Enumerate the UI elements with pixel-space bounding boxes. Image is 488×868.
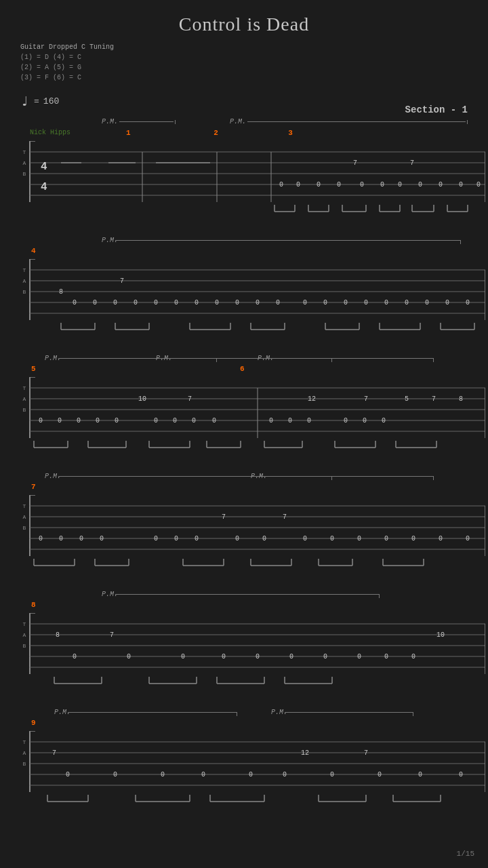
pm-label-1: P.M.	[102, 118, 118, 125]
measure-num-4: 4	[31, 247, 36, 255]
rhythm-brackets-5	[20, 674, 485, 693]
tuning-line-2: (2) = A (5) = G	[20, 62, 468, 73]
svg-text:0: 0	[174, 299, 178, 307]
svg-text:0: 0	[445, 299, 449, 307]
svg-text:0: 0	[289, 653, 293, 660]
svg-text:0: 0	[466, 299, 470, 307]
svg-text:0: 0	[58, 417, 62, 425]
svg-text:12: 12	[308, 395, 316, 403]
song-title: Control is Dead	[20, 14, 468, 35]
svg-text:0: 0	[380, 181, 384, 189]
tab-staff-2: T A B 8 7 0 0 0 0 0 0 0 0 0 0 0 0 0 0 0 …	[20, 259, 485, 320]
measure-num-5: 5	[31, 365, 36, 373]
svg-text:0: 0	[357, 535, 361, 542]
svg-text:T: T	[23, 739, 26, 745]
svg-text:0: 0	[212, 417, 216, 425]
svg-text:0: 0	[66, 771, 70, 778]
svg-text:0: 0	[303, 299, 307, 307]
svg-text:0: 0	[364, 299, 368, 307]
measure-num-7: 7	[31, 483, 36, 491]
svg-text:10: 10	[138, 395, 146, 403]
svg-text:0: 0	[73, 299, 77, 307]
svg-text:A: A	[23, 396, 26, 402]
svg-text:0: 0	[344, 417, 348, 425]
rhythm-brackets-6	[20, 792, 485, 811]
svg-text:0: 0	[296, 181, 300, 189]
svg-text:0: 0	[154, 535, 158, 542]
tab-system-3: 5 6 T A B 10 7 12 7 5 7 8	[20, 365, 468, 457]
svg-text:0: 0	[317, 181, 321, 189]
page: Control is Dead Guitar Dropped C Tuning …	[0, 0, 488, 868]
svg-text:0: 0	[161, 771, 165, 778]
tuning-line-1: (1) = D (4) = C	[20, 52, 468, 62]
svg-text:T: T	[23, 621, 26, 627]
svg-text:0: 0	[154, 299, 158, 307]
svg-text:0: 0	[134, 299, 138, 307]
measure-num-6: 6	[240, 365, 245, 373]
svg-text:7: 7	[353, 159, 357, 167]
svg-text:A: A	[23, 750, 26, 756]
svg-text:0: 0	[476, 181, 481, 189]
author-label: Nick Hipps	[30, 129, 70, 136]
svg-text:10: 10	[436, 631, 445, 639]
svg-text:0: 0	[303, 535, 307, 542]
svg-text:B: B	[23, 643, 26, 649]
svg-text:0: 0	[256, 653, 260, 660]
svg-text:A: A	[23, 278, 26, 284]
svg-text:7: 7	[364, 749, 368, 757]
svg-text:0: 0	[459, 771, 463, 778]
svg-text:0: 0	[344, 299, 348, 307]
measure-num-2: 2	[214, 129, 218, 137]
rhythm-brackets-2	[20, 320, 485, 339]
svg-text:0: 0	[330, 535, 334, 542]
svg-text:0: 0	[195, 535, 199, 542]
svg-text:0: 0	[418, 771, 422, 778]
svg-text:0: 0	[215, 299, 219, 307]
svg-text:0: 0	[201, 771, 205, 778]
measure-num-8: 8	[31, 601, 36, 609]
tab-system-1: Nick Hipps 1 2 3 T A B	[20, 129, 468, 221]
rhythm-brackets-1	[20, 202, 485, 221]
svg-text:0: 0	[93, 299, 97, 307]
svg-text:0: 0	[249, 771, 253, 778]
rhythm-brackets-3	[20, 438, 485, 457]
header-row: ♩ = 160 Section - 1	[20, 93, 468, 115]
tuning-info: Guitar Dropped C Tuning (1) = D (4) = C …	[20, 42, 468, 83]
svg-text:0: 0	[411, 653, 415, 660]
svg-text:7: 7	[364, 395, 368, 403]
tab-system-4: 7 T A B 7 7 0 0 0 0 0 0 0 0 0	[20, 483, 468, 575]
svg-text:8: 8	[59, 288, 63, 296]
tab-system-2: 4 T A B 8 7 0 0 0 0 0 0 0	[20, 247, 468, 339]
svg-text:7: 7	[110, 631, 114, 639]
tuning-label: Guitar Dropped C Tuning	[20, 42, 468, 52]
svg-text:0: 0	[39, 417, 43, 425]
svg-text:0: 0	[418, 181, 422, 189]
svg-text:A: A	[23, 514, 26, 520]
svg-text:0: 0	[384, 299, 388, 307]
svg-text:B: B	[23, 761, 26, 767]
svg-text:0: 0	[113, 299, 117, 307]
svg-text:0: 0	[337, 181, 341, 189]
svg-text:T: T	[23, 503, 26, 509]
svg-text:0: 0	[181, 653, 185, 660]
svg-text:0: 0	[439, 181, 443, 189]
svg-text:B: B	[23, 289, 26, 295]
tuning-line-3: (3) = F (6) = C	[20, 73, 468, 83]
rhythm-brackets-4	[20, 556, 485, 575]
svg-text:0: 0	[59, 535, 63, 542]
svg-text:0: 0	[378, 771, 382, 778]
svg-text:0: 0	[192, 417, 196, 425]
svg-text:0: 0	[425, 299, 429, 307]
svg-text:0: 0	[360, 181, 364, 189]
svg-text:T: T	[23, 267, 26, 273]
pm-label-2: P.M.	[230, 118, 246, 125]
tempo-equals: =	[34, 96, 39, 106]
svg-text:7: 7	[222, 513, 226, 521]
svg-text:0: 0	[384, 653, 388, 660]
svg-text:T: T	[23, 385, 26, 391]
svg-text:0: 0	[288, 417, 292, 425]
svg-text:0: 0	[173, 417, 177, 425]
svg-text:0: 0	[113, 771, 117, 778]
svg-text:7: 7	[432, 395, 436, 403]
svg-text:7: 7	[188, 395, 192, 403]
